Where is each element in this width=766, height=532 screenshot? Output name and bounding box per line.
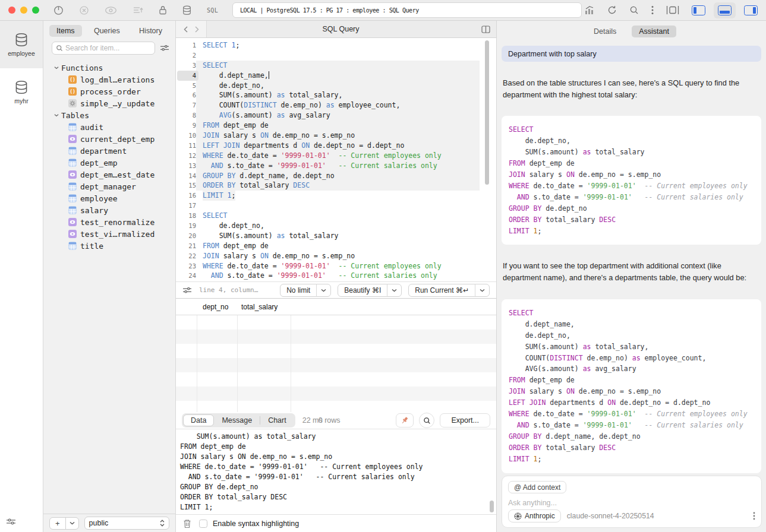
sql-editor[interactable]: 1SELECT 1;2 3SELECT4 d.dept_name,5 de.de… bbox=[176, 38, 480, 281]
sidebar-tab-items[interactable]: Items bbox=[49, 25, 82, 37]
editor-line-15: 15ORDER BY total_salary DESC bbox=[176, 180, 480, 191]
tree-section-tables[interactable]: Tables bbox=[43, 109, 175, 121]
assistant-panel: DetailsAssistant Department with top sal… bbox=[496, 21, 766, 532]
tree-item-title[interactable]: title bbox=[43, 240, 175, 252]
add-item-button[interactable]: + bbox=[49, 517, 79, 530]
editor-scrollbar[interactable] bbox=[485, 40, 489, 185]
trash-icon[interactable] bbox=[183, 519, 191, 528]
back-icon[interactable] bbox=[184, 26, 188, 33]
tab-sql-query[interactable]: SQL Query bbox=[207, 25, 475, 33]
tree-item-test-vi-rmalized[interactable]: test_vi…rmalized bbox=[43, 228, 175, 240]
run-current-button[interactable]: Run Current ⌘↵ bbox=[408, 284, 490, 297]
commit-icon[interactable] bbox=[133, 6, 143, 15]
column-header-total-salary[interactable]: total_salary bbox=[237, 303, 291, 311]
provider-chip[interactable]: Anthropic bbox=[508, 509, 561, 522]
tree-item-salary[interactable]: salary bbox=[43, 204, 175, 216]
more-options-icon[interactable] bbox=[651, 5, 654, 15]
minimize-window-button[interactable] bbox=[20, 7, 27, 14]
table-icon bbox=[68, 123, 77, 131]
result-tab-chart[interactable]: Chart bbox=[260, 415, 294, 426]
assistant-tabs: DetailsAssistant bbox=[497, 21, 766, 42]
forward-icon[interactable] bbox=[195, 26, 199, 33]
message-output[interactable]: SUM(s.amount) as total_salaryFROM dept_e… bbox=[176, 429, 496, 514]
message-scrollbar[interactable] bbox=[490, 501, 494, 512]
toggle-right-panel-button[interactable] bbox=[744, 5, 758, 15]
split-view-icon[interactable] bbox=[475, 26, 496, 33]
refresh-icon[interactable] bbox=[607, 5, 617, 15]
editor-line-10: 10JOIN salary s ON de.emp_no = s.emp_no bbox=[176, 131, 480, 141]
assistant-input[interactable]: @ Add context Ask anything... Anthropic … bbox=[502, 476, 762, 528]
result-row-empty bbox=[176, 401, 496, 412]
limit-select[interactable]: No limit bbox=[280, 284, 331, 297]
lock-icon[interactable] bbox=[159, 5, 167, 15]
editor-line-18: 18SELECT bbox=[176, 211, 480, 221]
tree-item-department[interactable]: department bbox=[43, 145, 175, 157]
table-icon bbox=[68, 206, 77, 214]
window-title: LOCAL | PostgreSQL 17.5 : PG 17 : employ… bbox=[232, 2, 582, 18]
search-icon[interactable] bbox=[629, 5, 639, 15]
database-item-myhr[interactable]: myhr bbox=[0, 68, 43, 116]
result-row-empty bbox=[176, 315, 496, 330]
editor-line-12: 12WHERE de.to_date = '9999-01-01' -- Cur… bbox=[176, 151, 480, 161]
search-results-button[interactable] bbox=[419, 413, 434, 428]
result-tab-data[interactable]: Data bbox=[183, 414, 214, 426]
tree-item-simple-y-update[interactable]: simple_…y_update bbox=[43, 97, 175, 109]
tree-section-functions[interactable]: Functions bbox=[43, 62, 175, 74]
table-icon bbox=[68, 194, 77, 202]
filter-icon[interactable] bbox=[160, 44, 169, 52]
result-tabs: DataMessageChart 22 ms0 rows Export... bbox=[176, 412, 496, 429]
editor-line-8: 8 AVG(s.amount) as avg_salary bbox=[176, 110, 480, 121]
result-tab-message[interactable]: Message bbox=[214, 415, 260, 426]
result-row-empty bbox=[176, 372, 496, 387]
editor-line-21: 21FROM dept_emp de bbox=[176, 241, 480, 251]
tree-item-test-renormalize[interactable]: test_renormalize bbox=[43, 216, 175, 228]
tree-item-current-dept-emp[interactable]: current_dept_emp bbox=[43, 133, 175, 145]
schema-select[interactable]: public bbox=[84, 517, 169, 530]
add-context-chip[interactable]: @ Add context bbox=[508, 481, 566, 493]
assistant-tab-assistant[interactable]: Assistant bbox=[632, 26, 676, 37]
editor-line-17: 17 bbox=[176, 201, 480, 211]
view-icon bbox=[68, 218, 77, 226]
database-strip: employeemyhr bbox=[0, 21, 43, 532]
tree-item-process-order[interactable]: ()process_order bbox=[43, 86, 175, 97]
settings-sliders-icon[interactable] bbox=[6, 517, 16, 526]
chart-icon[interactable] bbox=[584, 5, 595, 15]
column-header-dept-no[interactable]: dept_no bbox=[197, 303, 237, 311]
assistant-code-block-2: SELECT d.dept_name, de.dept_no, SUM(s.am… bbox=[502, 299, 761, 473]
database-icon[interactable] bbox=[182, 5, 191, 15]
window-controls bbox=[8, 7, 39, 14]
cancel-query-icon[interactable] bbox=[79, 5, 89, 15]
assistant-more-icon[interactable] bbox=[753, 512, 755, 520]
zoom-window-button[interactable] bbox=[32, 7, 39, 14]
editor-line-4: 4 d.dept_name, bbox=[176, 71, 480, 81]
close-window-button[interactable] bbox=[8, 7, 15, 14]
search-input[interactable]: Search for item... bbox=[52, 42, 155, 55]
tree-item-dept-emp[interactable]: dept_emp bbox=[43, 157, 175, 169]
editor-line-22: 22JOIN salary s ON de.emp_no = s.emp_no bbox=[176, 251, 480, 261]
database-item-employee[interactable]: employee bbox=[0, 21, 43, 68]
statusbar-filter-icon[interactable] bbox=[182, 286, 192, 294]
sidebar-tab-queries[interactable]: Queries bbox=[87, 25, 127, 37]
assistant-tab-details[interactable]: Details bbox=[587, 26, 623, 37]
beautify-button[interactable]: Beautify ⌘I bbox=[338, 284, 402, 297]
editor-line-1: 1SELECT 1; bbox=[176, 40, 480, 50]
toggle-left-panel-button[interactable] bbox=[692, 5, 705, 15]
tree-item-log-dml-erations[interactable]: ()log_dml…erations bbox=[43, 74, 175, 86]
conversation-title[interactable]: Department with top salary bbox=[502, 46, 761, 62]
pin-button[interactable] bbox=[396, 413, 414, 428]
export-button[interactable]: Export... bbox=[440, 413, 490, 428]
editor-line-7: 7 COUNT(DISTINCT de.emp_no) as employee_… bbox=[176, 100, 480, 110]
table-icon bbox=[68, 147, 77, 155]
window-layout-icon[interactable] bbox=[666, 5, 679, 15]
tree-item-dept-manager[interactable]: dept_manager bbox=[43, 180, 175, 192]
table-icon bbox=[68, 242, 77, 250]
tree-item-employee[interactable]: employee bbox=[43, 192, 175, 204]
text-cursor bbox=[269, 71, 269, 79]
connection-icon[interactable] bbox=[53, 5, 64, 15]
preview-icon[interactable] bbox=[105, 6, 117, 15]
tree-item-audit[interactable]: audit bbox=[43, 121, 175, 133]
tree-item-dept-em-est-date[interactable]: dept_em…est_date bbox=[43, 169, 175, 180]
toggle-bottom-panel-button[interactable] bbox=[718, 5, 732, 15]
sidebar-tab-history[interactable]: History bbox=[132, 25, 169, 37]
syntax-highlight-checkbox[interactable] bbox=[199, 520, 207, 528]
